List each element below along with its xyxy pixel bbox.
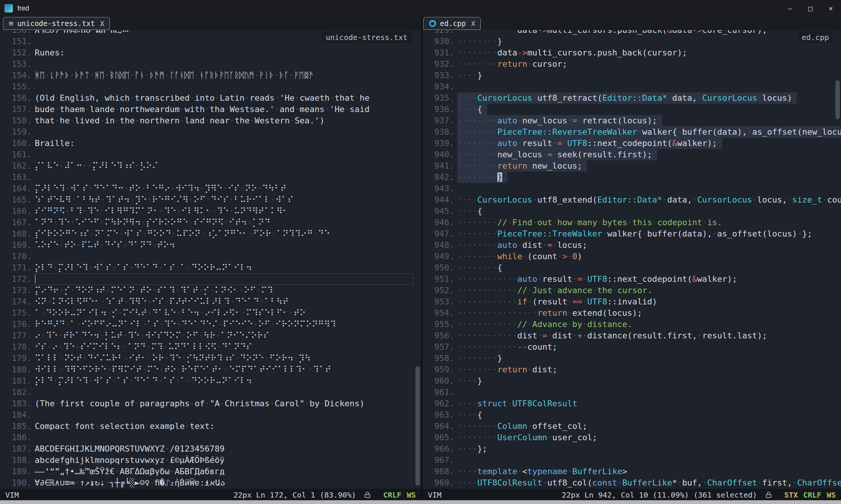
code-line[interactable]: 152.Runes: [0, 47, 421, 58]
lock-icon[interactable] [765, 491, 772, 499]
code-line[interactable]: 944.····CursorLocus·utf8_extend(Editor::… [423, 194, 841, 206]
code-line[interactable]: 188.abcdefghijklmnopqrstuvwxyz·£©µÀÆÖÞßé… [0, 455, 421, 466]
code-line[interactable]: 967. [423, 455, 841, 466]
code-line[interactable]: 165.⠱⠁⠞⠑⠧⠻·⠁⠃⠳⠞·⠹⠁⠞⠲·⡹⠑·⠗⠑⠛⠊⠌⠻·⠕⠋·⠙⠊⠎·⠃⠥… [0, 194, 421, 206]
code-line[interactable]: 934. [423, 81, 841, 92]
editor-pane-right[interactable]: 929.············data->multi_cursors.push… [423, 30, 841, 489]
code-line[interactable]: 180.⠺⠊⠇⠇·⠹⠻⠑⠋⠕⠗⠑·⠏⠻⠍⠊⠞·⠍⠑·⠞⠕·⠗⠑⠏⠑⠁⠞⠂·⠑⠍⠏… [0, 364, 421, 375]
code-line[interactable]: 942.········} [423, 172, 841, 183]
code-line[interactable]: 932.········return·cursor; [423, 58, 841, 70]
code-line[interactable]: 959.········return·dist; [423, 364, 841, 375]
code-line[interactable]: 168.⡎⠊⠗⠕⠕⠛⠑⠰⠎·⠝⠁⠍⠑·⠺⠁⠎·⠛⠕⠕⠙·⠥⠏⠕⠝·⠰⡡⠁⠝⠛⠑⠂… [0, 228, 421, 240]
tab-close-button[interactable]: X [100, 20, 105, 28]
code-line[interactable]: 966.····}; [423, 443, 841, 455]
code-line[interactable]: 157.bude·thaem·lande·northweardum·with·t… [0, 104, 421, 115]
code-line[interactable]: 939.········auto·result·=·UTF8::next_cod… [423, 138, 841, 149]
code-line[interactable]: 960.····} [423, 375, 841, 387]
code-line[interactable]: 190.∀∂∈ℝ∧∪≡∞·↑↗↨↻⇣·┐┼╔╘░►☺♀·ﬁ�⑀₂ἠḂӥẄɐː⍎א… [0, 477, 421, 489]
code-line[interactable]: 955.············//·Advance·by·distance. [423, 319, 841, 330]
text-buffer[interactable]: 150.እግርህን·በፍራሽህ·ልክ·ዘርጋ።151.152.Runes:153… [0, 30, 421, 489]
code-line[interactable]: 933.····} [423, 70, 841, 81]
code-line[interactable]: 943. [423, 183, 841, 194]
scrollbar-thumb[interactable] [415, 366, 420, 486]
code-line[interactable]: 954.················return·extend(locus)… [423, 307, 841, 319]
code-line[interactable]: 179.⠩⠁⠇⠇·⠝⠕⠞·⠙⠊⠌⠥⠗⠃·⠊⠞⠂·⠕⠗·⠹⠑·⡊⠳⠝⠞⠗⠹⠰⠎·⠙… [0, 353, 421, 364]
code-line[interactable]: 173.⡍⠔⠙⠖·⡊·⠙⠕⠝⠰⠞·⠍⠑⠁⠝·⠞⠕·⠎⠁⠹·⠹⠁⠞·⡊·⠅⠝⠪⠂·… [0, 285, 421, 296]
code-line[interactable]: 175.⠁·⠙⠕⠕⠗⠤⠝⠁⠊⠇⠲·⡊·⠍⠊⠣⠞·⠙⠁⠧⠑·⠃⠑⠲·⠔⠊⠇⠔⠫⠂·… [0, 307, 421, 319]
code-line[interactable]: 172. [0, 274, 421, 285]
pane-divider[interactable] [421, 17, 423, 500]
code-line[interactable]: 953.············if·(result·==·UTF8::inva… [423, 296, 841, 307]
tab-close-button[interactable]: X [471, 20, 475, 28]
code-line[interactable]: 964.········Column·offset_col; [423, 421, 841, 432]
code-line[interactable]: 159. [0, 126, 421, 138]
code-line[interactable]: 183.(The·first·couple·of·paragraphs·of·"… [0, 398, 421, 409]
minimize-button[interactable]: – [780, 0, 800, 17]
code-line[interactable]: 178.⠊⠎·⠔·⠹⠑·⠎⠊⠍⠊⠇⠑⠆·⠁⠝⠙·⠍⠹·⠥⠝⠙⠁⠇⠇⠪⠫·⠙⠁⠝⠙… [0, 341, 421, 353]
code-line[interactable]: 166.⠎⠊⠛⠝⠫·⠃⠹·⠹⠑·⠊⠇⠻⠛⠹⠍⠁⠝⠂·⠹⠑·⠊⠇⠻⠅⠂·⠹⠑·⠥⠝… [0, 206, 421, 217]
code-line[interactable]: 164.⡍⠜⠇⠑⠹·⠺⠁⠎·⠙⠑⠁⠙⠒·⠞⠕·⠃⠑⠛⠔·⠺⠊⠹⠲·⡹⠻⠑·⠊⠎·… [0, 183, 421, 194]
close-button[interactable]: × [821, 0, 841, 17]
code-line[interactable]: 929.············data->multi_cursors.push… [423, 30, 841, 36]
code-line[interactable]: 952.············//·Just·advance·the·curs… [423, 285, 841, 296]
code-line[interactable]: 936.····{ [423, 104, 841, 115]
code-line[interactable]: 968.····template·<typename·BufferLike> [423, 466, 841, 477]
code-line[interactable]: 177.⠔·⠹⠑·⠞⠗⠁⠙⠑⠲·⡃⠥⠞·⠹⠑·⠺⠊⠎⠙⠕⠍·⠕⠋·⠳⠗·⠁⠝⠊⠑… [0, 330, 421, 341]
code-line[interactable]: 962.····struct·UTF8ColResult [423, 398, 841, 409]
code-line[interactable]: 961. [423, 387, 841, 398]
code-line[interactable]: 156.(Old·English,·which·transcribed·into… [0, 92, 421, 104]
code-line[interactable]: 945.····{ [423, 206, 841, 217]
scrollbar[interactable] [415, 30, 420, 489]
code-line[interactable]: 930.········} [423, 36, 841, 47]
scrollbar[interactable] [835, 30, 840, 489]
code-line[interactable]: 155. [0, 81, 421, 92]
code-line[interactable]: 937.········auto·new_locus·=·retract(loc… [423, 115, 841, 126]
code-line[interactable]: 957.············--count; [423, 341, 841, 353]
code-line[interactable]: 969.····UTF8ColResult·utf8_col(const·Buf… [423, 477, 841, 489]
code-line[interactable]: 963.····{ [423, 409, 841, 421]
code-line[interactable]: 161. [0, 149, 421, 160]
code-line[interactable]: 965.········UserColumn·user_col; [423, 432, 841, 443]
lock-icon[interactable] [364, 491, 371, 499]
code-line[interactable]: 162.⡌⠁⠧⠑·⠼⠁⠒··⡍⠜⠇⠑⠹⠰⠎·⡣⠕⠌ [0, 160, 421, 172]
code-line[interactable]: 154.ᚻᛖ·ᚳᚹᚫᚦ·ᚦᚫᛏ·ᚻᛖ·ᛒᚢᛞᛖ·ᚩᚾ·ᚦᚫᛗ·ᛚᚪᚾᛞᛖ·ᚾᚩᚱ… [0, 70, 421, 81]
code-line[interactable]: 941.········return·new_locus; [423, 160, 841, 172]
code-line[interactable]: 949.········while·(count·>·0) [423, 251, 841, 262]
code-line[interactable]: 182. [0, 387, 421, 398]
code-line[interactable]: 938.········PieceTree::ReverseTreeWalker… [423, 126, 841, 138]
line-number: 159. [0, 126, 32, 138]
code-line[interactable]: 158.that·he·lived·in·the·northern·land·n… [0, 115, 421, 126]
tab-unicode-stress-txt[interactable]: unicode-stress.txt X [3, 17, 110, 30]
code-line[interactable]: 185.Compact·font·selection·example·text: [0, 421, 421, 432]
editor-pane-left[interactable]: 150.እግርህን·በፍራሽህ·ልክ·ዘርጋ።151.152.Runes:153… [0, 30, 421, 489]
code-line[interactable]: 160.Braille: [0, 138, 421, 149]
code-line[interactable]: 176.⠗⠑⠛⠜⠙·⠁·⠊⠕⠋⠋⠔⠤⠝⠁⠊⠇·⠁⠎·⠹⠑·⠙⠑⠁⠙⠑⠌·⠏⠊⠑⠊… [0, 319, 421, 330]
code-line[interactable]: 181.⡕⠇⠙·⡍⠜⠇⠑⠹·⠺⠁⠎·⠁⠎·⠙⠑⠁⠙·⠁⠎·⠁·⠙⠕⠕⠗⠤⠝⠁⠊⠇… [0, 375, 421, 387]
scrollbar-thumb[interactable] [835, 80, 840, 119]
code-line[interactable]: 951.············auto·result·=·UTF8::next… [423, 274, 841, 285]
code-line[interactable]: 935.····CursorLocus·utf8_retract(Editor:… [423, 92, 841, 104]
maximize-button[interactable]: □ [800, 0, 821, 17]
code-line[interactable]: 184. [0, 409, 421, 421]
code-line[interactable]: 171.⡕⠇⠙·⡍⠜⠇⠑⠹·⠺⠁⠎·⠁⠎·⠙⠑⠁⠙·⠁⠎·⠁·⠙⠕⠕⠗⠤⠝⠁⠊⠇… [0, 262, 421, 274]
code-line[interactable]: 956.············dist·=·dist·+·distance(r… [423, 330, 841, 341]
code-line[interactable]: 169.⠡⠕⠎⠑·⠞⠕·⠏⠥⠞·⠙⠊⠎·⠙⠁⠝⠙·⠞⠕⠲ [0, 240, 421, 251]
code-line[interactable]: 167.⠁⠝⠙·⠹⠑·⠡⠊⠑⠋·⠍⠳⠗⠝⠻⠲·⡎⠊⠗⠕⠕⠛⠑·⠎⠊⠛⠝⠫·⠊⠞⠲… [0, 217, 421, 228]
code-line[interactable]: 187.ABCDEFGHIJKLMNOPQRSTUVWXYZ·/01234567… [0, 443, 421, 455]
code-line[interactable]: 931.········data->multi_cursors.push_bac… [423, 47, 841, 58]
tab-ed-cpp[interactable]: ed.cpp X [423, 17, 481, 30]
code-line[interactable]: 174.⠪⠝·⠅⠝⠪⠇⠫⠛⠑⠂·⠱⠁⠞·⠹⠻⠑·⠊⠎·⠏⠜⠞⠊⠊⠥⠇⠜⠇⠹·⠙⠑… [0, 296, 421, 307]
code-line[interactable]: 163. [0, 172, 421, 183]
text-buffer[interactable]: 929.············data->multi_cursors.push… [423, 30, 841, 489]
code-line[interactable]: 958.········} [423, 353, 841, 364]
code-line[interactable]: 940.········new_locus·=·seek(result.firs… [423, 149, 841, 160]
code-line[interactable]: 186. [0, 432, 421, 443]
code-line[interactable]: 170. [0, 251, 421, 262]
line-number: 182. [0, 387, 32, 398]
code-line[interactable]: 153. [0, 58, 421, 70]
code-line[interactable]: 948.········auto·dist·=·locus; [423, 240, 841, 251]
code-line[interactable]: 189.–—‘“”„†•…‰™œŠŸž€·ΑΒΓΔΩαβγδω·АБВГДабв… [0, 466, 421, 477]
code-line[interactable]: 947.········PieceTree::TreeWalker·walker… [423, 228, 841, 240]
code-line[interactable]: 950.········{ [423, 262, 841, 274]
code-line[interactable]: 946.········//·Find·out·how·many·bytes·t… [423, 217, 841, 228]
